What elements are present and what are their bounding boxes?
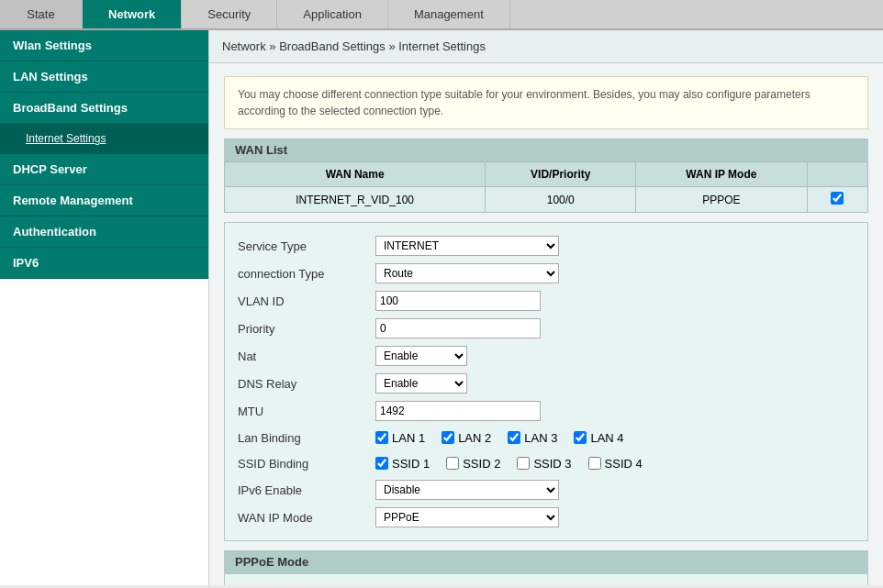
dns-relay-select[interactable]: Enable Disable [375, 373, 467, 394]
vlan-id-input[interactable] [375, 291, 541, 311]
vlan-id-label: VLAN ID [238, 294, 375, 308]
lan3-label: LAN 3 [524, 431, 557, 445]
nav-management[interactable]: Management [388, 0, 510, 28]
wan-ip-mode-control: PPPoE DHCP Static [375, 507, 855, 527]
lan-binding-row: Lan Binding LAN 1 LAN 2 LAN 3 [238, 425, 855, 450]
sidebar-item-broadband[interactable]: BroadBand Settings [0, 93, 208, 124]
wan-row-checkbox[interactable] [831, 192, 844, 205]
ssid3-label: SSID 3 [533, 457, 571, 471]
service-type-row: Service Type INTERNET OTHER [238, 232, 855, 260]
nat-control: Enable Disable [375, 346, 855, 366]
mtu-label: MTU [238, 405, 375, 418]
service-type-control: INTERNET OTHER [375, 236, 855, 256]
wan-col-select [807, 162, 867, 187]
mtu-input[interactable] [375, 401, 541, 421]
wan-mode-cell: PPPOE [636, 187, 807, 213]
breadcrumb: Network » BroadBand Settings » Internet … [209, 30, 883, 63]
sidebar-item-internet[interactable]: Internet Settings [0, 124, 208, 154]
sidebar-item-remote[interactable]: Remote Management [0, 185, 208, 216]
lan3-checkbox[interactable] [508, 431, 520, 444]
ssid-binding-control: SSID 1 SSID 2 SSID 3 SSID 4 [375, 457, 855, 471]
sidebar: Wlan Settings LAN Settings BroadBand Set… [0, 30, 209, 585]
connection-type-row: connection Type Route Bridge [238, 260, 855, 287]
nav-state[interactable]: State [0, 0, 83, 28]
ssid1-label: SSID 1 [392, 457, 430, 471]
info-box: You may choose different connection type… [224, 76, 868, 129]
lan2-group: LAN 2 [442, 431, 491, 445]
ssid-binding-row: SSID Binding SSID 1 SSID 2 SSID 3 [238, 450, 855, 476]
ssid4-label: SSID 4 [605, 457, 643, 471]
nav-application[interactable]: Application [277, 0, 388, 28]
ssid1-group: SSID 1 [375, 457, 430, 471]
connection-type-control: Route Bridge [375, 263, 855, 283]
sidebar-item-ipv6[interactable]: IPV6 [0, 248, 208, 279]
ipv6-enable-label: IPv6 Enable [238, 483, 375, 497]
nav-security[interactable]: Security [182, 0, 277, 28]
pppoe-form: User Name * (You can input 1-32 characte… [224, 573, 868, 585]
ssid-binding-label: SSID Binding [238, 457, 375, 471]
ssid4-checkbox[interactable] [588, 457, 601, 470]
lan1-group: LAN 1 [375, 431, 425, 445]
ipv6-enable-row: IPv6 Enable Disable Enable [238, 476, 855, 504]
priority-control [375, 318, 855, 338]
wan-ip-mode-row: WAN IP Mode PPPoE DHCP Static [238, 504, 855, 531]
lan1-checkbox[interactable] [375, 431, 388, 444]
connection-type-label: connection Type [238, 267, 375, 281]
ipv6-enable-control: Disable Enable [375, 480, 855, 500]
ssid3-checkbox[interactable] [517, 457, 530, 470]
priority-row: Priority [238, 315, 855, 342]
lan4-label: LAN 4 [590, 431, 623, 445]
dns-relay-control: Enable Disable [375, 373, 855, 394]
lan3-group: LAN 3 [508, 431, 557, 445]
nat-row: Nat Enable Disable [238, 342, 855, 370]
wan-col-vid: VID/Priority [486, 162, 636, 187]
lan4-checkbox[interactable] [574, 431, 587, 444]
nat-select[interactable]: Enable Disable [375, 346, 467, 366]
dns-relay-label: DNS Relay [238, 377, 375, 391]
sidebar-item-lan[interactable]: LAN Settings [0, 61, 208, 93]
service-type-select[interactable]: INTERNET OTHER [375, 236, 559, 256]
wan-col-name: WAN Name [225, 162, 486, 187]
lan-binding-label: Lan Binding [238, 431, 375, 445]
mtu-control [375, 401, 855, 421]
wan-list-header: WAN List [224, 139, 868, 161]
lan-binding-control: LAN 1 LAN 2 LAN 3 LAN 4 [375, 431, 855, 445]
wan-ip-mode-select[interactable]: PPPoE DHCP Static [375, 507, 559, 527]
vlan-id-row: VLAN ID [238, 287, 855, 315]
connection-type-select[interactable]: Route Bridge [375, 263, 559, 283]
priority-label: Priority [238, 322, 375, 336]
service-type-label: Service Type [238, 239, 375, 253]
pppoe-header: PPPoE Mode [224, 550, 868, 573]
lan1-label: LAN 1 [392, 431, 425, 445]
wan-vid-cell: 100/0 [486, 187, 636, 213]
wan-select-cell[interactable] [807, 187, 867, 213]
username-row: User Name * (You can input 1-32 characte… [238, 583, 855, 585]
ssid4-group: SSID 4 [588, 457, 643, 471]
priority-input[interactable] [375, 318, 541, 338]
sidebar-item-dhcp[interactable]: DHCP Server [0, 154, 208, 185]
vlan-id-control [375, 291, 855, 311]
ssid2-label: SSID 2 [463, 457, 500, 471]
internet-settings-form: Service Type INTERNET OTHER connection T… [224, 222, 868, 541]
ssid3-group: SSID 3 [517, 457, 571, 471]
mtu-row: MTU [238, 397, 855, 425]
wan-col-mode: WAN IP Mode [636, 162, 807, 187]
table-row: INTERNET_R_VID_100 100/0 PPPOE [225, 187, 868, 213]
main-content: Network » BroadBand Settings » Internet … [209, 30, 883, 585]
ipv6-enable-select[interactable]: Disable Enable [375, 480, 559, 500]
lan4-group: LAN 4 [574, 431, 623, 445]
wan-table: WAN Name VID/Priority WAN IP Mode INTERN… [224, 161, 868, 213]
wan-name-cell: INTERNET_R_VID_100 [225, 187, 486, 213]
lan2-checkbox[interactable] [442, 431, 454, 444]
ssid1-checkbox[interactable] [375, 457, 388, 470]
top-navigation: State Network Security Application Manag… [0, 0, 883, 30]
wan-ip-mode-label: WAN IP Mode [238, 511, 375, 525]
sidebar-item-wlan[interactable]: Wlan Settings [0, 30, 208, 61]
nav-network[interactable]: Network [83, 0, 182, 28]
nat-label: Nat [238, 349, 375, 363]
dns-relay-row: DNS Relay Enable Disable [238, 370, 855, 397]
ssid2-checkbox[interactable] [446, 457, 459, 470]
ssid2-group: SSID 2 [446, 457, 500, 471]
lan2-label: LAN 2 [458, 431, 491, 445]
sidebar-item-auth[interactable]: Authentication [0, 216, 208, 248]
